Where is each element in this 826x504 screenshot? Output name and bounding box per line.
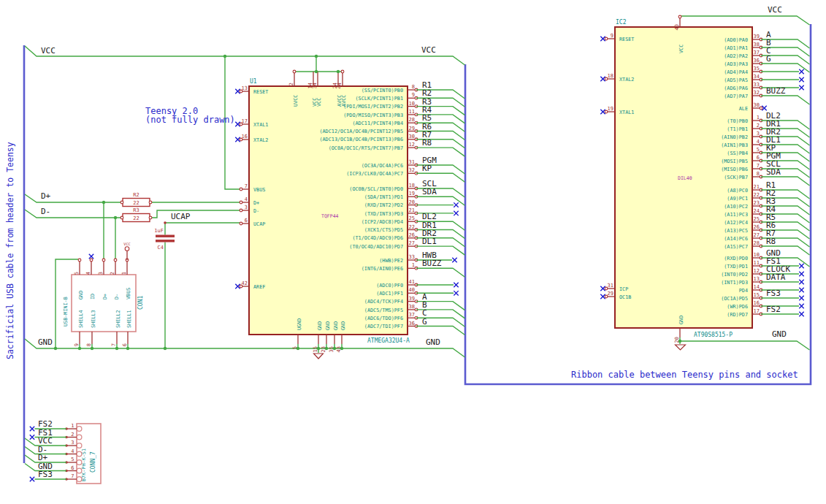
pin-name: (INT1)PD3 xyxy=(721,280,748,286)
pin-number: 39 xyxy=(409,296,415,302)
pin-number: 29 xyxy=(409,126,415,131)
pin-number: 19 xyxy=(409,191,415,196)
c4-reference: C4 xyxy=(158,245,164,251)
pin-number: 8 xyxy=(757,171,760,177)
pin-name: SHELL1 xyxy=(126,310,132,328)
pin-number: 34 xyxy=(754,74,760,80)
net-label: DATA xyxy=(766,272,786,282)
pin-name: ICP xyxy=(619,286,628,292)
net-label: FS2 xyxy=(766,305,781,314)
terminal-dot xyxy=(164,221,167,224)
pin-number: 26 xyxy=(754,224,760,230)
pin-number: 11 xyxy=(409,109,415,115)
pin-name: (AIN1)PB3 xyxy=(721,142,748,148)
terminal-dot xyxy=(121,216,123,219)
pin-name: (SCLK/PCINT1)PB1 xyxy=(356,96,403,102)
pin-name: (ICP2/ADC8)PD4 xyxy=(362,219,403,225)
pin-number: 4 xyxy=(85,272,91,275)
pin-number: 7 xyxy=(111,343,117,346)
pin-socket xyxy=(77,435,82,440)
pin-name: VBUS xyxy=(253,187,265,193)
terminal-dot xyxy=(102,259,105,261)
pin-number: 36 xyxy=(409,321,415,327)
terminal-dot xyxy=(341,70,344,73)
pin-number: 3 xyxy=(98,272,104,275)
pin-name: (ADC0)PF0 xyxy=(376,283,403,289)
pin-number: 4 xyxy=(245,196,248,202)
pin-name: (SCK)PB7 xyxy=(724,175,748,180)
terminal-dot xyxy=(114,259,117,261)
terminal-dot xyxy=(240,188,242,191)
ic2-footprint: DIL40 xyxy=(678,175,692,181)
pin-name: VBUS xyxy=(126,288,131,299)
pin-number: 28 xyxy=(409,117,415,123)
pin-number: 37 xyxy=(754,50,760,56)
pin-number: 19 xyxy=(608,106,613,112)
net-label: FS3 xyxy=(766,289,781,298)
u1-value: ATMEGA32U4-A xyxy=(367,337,410,344)
vcc-power-icon xyxy=(125,247,129,251)
pin-name: VCC xyxy=(678,45,684,53)
teensy-note: Teensy 2.0 (not fully drawn) xyxy=(145,107,235,124)
pin-name: (ADC7/TDI)PF7 xyxy=(364,324,403,329)
pin-name: SHELL3 xyxy=(91,310,96,328)
pin-socket xyxy=(77,443,82,448)
pin-number: 9 xyxy=(412,92,415,98)
net-label: G xyxy=(422,317,427,327)
pin-number: 5 xyxy=(74,272,80,275)
pin-name: (RXD/INT2)PD2 xyxy=(364,202,403,208)
net-label-dminus: D- xyxy=(41,207,50,216)
pin-number: 1 xyxy=(121,272,127,275)
junction-dot xyxy=(54,347,57,350)
ribbon-note: Ribbon cable between Teensy pins and soc… xyxy=(571,370,798,379)
terminal-dot xyxy=(605,37,608,40)
pin-name: (A8)PC0 xyxy=(727,188,748,194)
pin-number: 31 xyxy=(608,283,613,289)
pin-name: XTAL1 xyxy=(253,122,268,128)
pin-name: UGND xyxy=(297,318,302,330)
pin-name: (ADC5/TMS)PF5 xyxy=(364,308,403,313)
pin-name: GND xyxy=(325,321,331,330)
u1-reference: U1 xyxy=(250,78,257,85)
pin-name: (AD1)PA1 xyxy=(724,45,748,51)
pin-name: (AD5)PA5 xyxy=(724,77,748,83)
pin-name: D- xyxy=(253,208,259,214)
pin-number: 4 xyxy=(71,448,74,454)
pin-name: (MISO)PB6 xyxy=(721,167,748,172)
ic2-gnd-wire xyxy=(680,337,810,350)
junction-dot xyxy=(340,347,343,350)
pin-number: 33 xyxy=(409,254,415,260)
pin-number: 17 xyxy=(754,308,760,314)
pin-name: SHELL4 xyxy=(78,310,84,328)
dminus-wire xyxy=(150,210,241,218)
pin-name: (A12)PC4 xyxy=(724,220,748,226)
pin-name: AVCC xyxy=(341,95,347,107)
junction-dot xyxy=(297,347,299,350)
pin-name: D- xyxy=(114,294,120,299)
net-label-gnd_right: GND xyxy=(426,337,440,347)
pin-number: 24 xyxy=(754,208,760,214)
pin-name: (ADC12/OC1A/OC4B/PCINT12)PB5 xyxy=(319,129,403,134)
pin-number: 10 xyxy=(754,252,760,258)
dplus-wire xyxy=(25,194,122,202)
pin-name: (ADC6/TDO)PF6 xyxy=(364,316,403,321)
pin-number: 2 xyxy=(757,123,760,129)
pin-number: 9 xyxy=(611,33,613,39)
pin-name: (OC0A/OC1C/RTS/PCINT7)PB7 xyxy=(329,145,403,151)
pin-number: 2 xyxy=(71,432,74,438)
schematic-drawing: U1ATMEGA32U4-ATQFP4413RESET17XTAL116XTAL… xyxy=(0,0,826,504)
pin-number: 25 xyxy=(754,216,760,222)
conn7-reference: CONN_7 xyxy=(90,451,96,473)
net-label-ic2_vcc: VCC xyxy=(768,5,782,15)
terminal-dot xyxy=(149,216,152,219)
pin-name: (HWB)PE2 xyxy=(379,258,403,264)
pin-name: (T0)PB0 xyxy=(727,118,748,124)
pin-name: (ADC11/PCINT4)PB4 xyxy=(352,121,403,126)
junction-dot xyxy=(325,347,328,350)
pin-number: 41 xyxy=(409,279,415,285)
pin-number: 40 xyxy=(674,24,680,30)
pin-number: 32 xyxy=(754,90,760,96)
junction-dot xyxy=(126,347,129,350)
ic2-reference: IC2 xyxy=(616,19,627,26)
pin-name: (XCK1/CTS)PD5 xyxy=(364,227,403,233)
